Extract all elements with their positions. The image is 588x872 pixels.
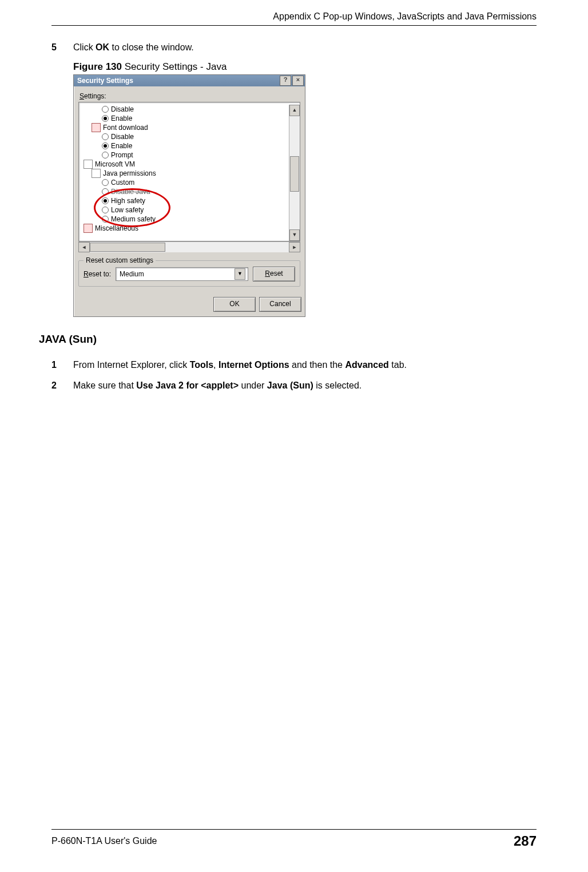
reset-to-combobox[interactable]: Medium ▼ [116,267,248,281]
reset-to-label: Reset to: [84,270,111,278]
radio-low-safety[interactable]: Low safety [81,205,289,215]
help-button[interactable]: ? [280,76,291,86]
dialog-title: Security Settings [77,77,133,85]
page-footer: P-660N-T1A User's Guide 287 [51,829,537,849]
radio-high-safety[interactable]: High safety [81,196,289,205]
combo-value: Medium [120,270,144,278]
radio-disable[interactable]: Disable [81,132,289,141]
header-rule [51,25,537,26]
radio-icon [102,152,109,158]
step-text: From Internet Explorer, click Tools, Int… [73,358,537,372]
footer-rule [51,829,537,830]
radio-medium-safety[interactable]: Medium safety [81,215,289,224]
radio-icon [102,106,109,113]
vertical-scrollbar[interactable]: ▲ ▼ [289,105,300,241]
page-number: 287 [514,833,537,849]
radio-prompt[interactable]: Prompt [81,150,289,160]
dialog-button-row: OK Cancel [74,290,305,316]
radio-disable-java[interactable]: Disable Java [81,187,289,196]
tree-java-permissions: Java permissions [81,169,289,178]
close-button[interactable]: × [292,76,304,86]
step-5: 5 Click OK to close the window. [51,41,537,54]
security-settings-dialog: Security Settings ? × Settings: Disable … [73,74,305,317]
scroll-left-button[interactable]: ◄ [78,242,90,252]
scroll-track[interactable] [90,242,289,252]
reset-custom-settings-group: Reset custom settings Reset to: Medium ▼… [78,260,300,287]
step-number: 5 [51,41,73,54]
scroll-thumb[interactable] [290,156,299,192]
step-2: 2 Make sure that Use Java 2 for <applet>… [51,379,537,393]
chevron-down-icon[interactable]: ▼ [235,268,245,280]
tree-microsoft-vm: Microsoft VM [81,160,289,169]
figure-caption: Figure 130 Security Settings - Java [73,61,537,73]
radio-custom[interactable]: Custom [81,178,289,187]
step-text: Click OK to close the window. [73,41,537,54]
step-number: 2 [51,379,73,393]
fieldset-legend: Reset custom settings [84,256,156,264]
settings-listbox[interactable]: Disable Enable Font download Disable Ena… [78,102,300,241]
radio-icon [102,115,109,122]
reset-button[interactable]: Reset [253,267,295,282]
footer-guide-title: P-660N-T1A User's Guide [51,836,157,846]
radio-icon [102,142,109,149]
radio-icon [102,179,109,186]
font-download-icon [92,123,101,132]
scroll-thumb[interactable] [90,243,165,252]
dialog-titlebar[interactable]: Security Settings ? × [74,75,305,86]
cancel-button[interactable]: Cancel [259,297,301,312]
step-text: Make sure that Use Java 2 for <applet> u… [73,379,537,393]
step-1: 1 From Internet Explorer, click Tools, I… [51,358,537,372]
radio-icon [102,197,109,204]
radio-icon [102,207,109,213]
scroll-track[interactable] [289,116,300,229]
radio-enable[interactable]: Enable [81,141,289,150]
section-heading-java-sun: JAVA (Sun) [39,333,537,346]
step-number: 1 [51,358,73,372]
radio-icon [102,216,109,223]
radio-enable[interactable]: Enable [81,114,289,123]
tree-miscellaneous: Miscellaneous [81,224,289,233]
settings-label: Settings: [80,92,300,100]
folder-icon [92,169,101,178]
horizontal-scrollbar[interactable]: ◄ ► [78,241,300,252]
tree-font-download: Font download [81,123,289,132]
scroll-up-button[interactable]: ▲ [289,105,300,116]
folder-icon [84,160,93,169]
scroll-down-button[interactable]: ▼ [289,229,300,241]
radio-icon [102,133,109,140]
radio-icon [102,188,109,195]
scroll-right-button[interactable]: ► [289,242,300,252]
running-header: Appendix C Pop-up Windows, JavaScripts a… [51,11,537,25]
ok-button[interactable]: OK [213,297,256,312]
radio-disable[interactable]: Disable [81,105,289,114]
folder-icon [84,224,93,233]
